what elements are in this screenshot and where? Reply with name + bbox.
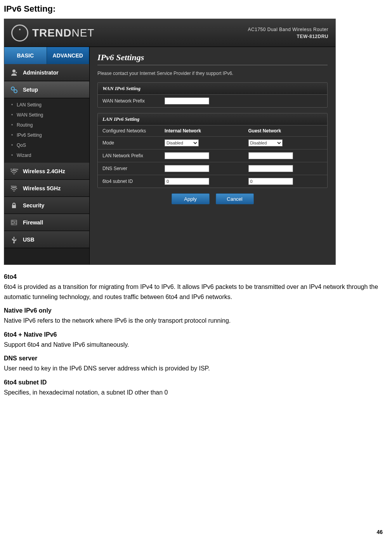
- nav-setup[interactable]: Setup: [4, 81, 89, 98]
- wifi-icon: 2.4GHz: [10, 167, 18, 176]
- subnav-qos[interactable]: QoS: [17, 140, 89, 150]
- router-header: TRENDNET AC1750 Dual Band Wireless Route…: [4, 19, 335, 47]
- help-dns-header: DNS server: [4, 355, 384, 362]
- mode-internal-select[interactable]: Disabled: [165, 139, 199, 146]
- button-row: Apply Cancel: [97, 193, 328, 204]
- model-line1: AC1750 Dual Band Wireless Router: [248, 26, 328, 33]
- model-line2: TEW-812DRU: [297, 34, 328, 39]
- nav-label: USB: [23, 236, 35, 243]
- tab-advanced[interactable]: ADVANCED: [47, 47, 90, 64]
- subnav-wan-setting[interactable]: WAN Setting: [17, 110, 89, 120]
- subnet-internal-input[interactable]: [165, 178, 209, 185]
- svg-text:5GHz: 5GHz: [11, 185, 17, 188]
- nav-tabs: BASIC ADVANCED: [4, 47, 89, 64]
- help-region: 6to4 6to4 is provided as a transition fo…: [4, 273, 384, 398]
- brand-logo: TRENDNET: [11, 24, 94, 42]
- sidebar: BASIC ADVANCED Administrator Setup: [4, 47, 90, 264]
- lan-box-title: LAN IPv6 Setting: [98, 113, 327, 125]
- dns-guest-input[interactable]: [248, 165, 293, 172]
- firewall-icon: [10, 218, 18, 227]
- subnav-lan-setting[interactable]: LAN Setting: [17, 100, 89, 110]
- subnet-label: 6to4 subnet ID: [98, 176, 160, 187]
- lock-icon: [10, 201, 18, 210]
- dns-internal-input[interactable]: [165, 165, 209, 172]
- brand-thin: NET: [71, 27, 94, 39]
- help-combo-header: 6to4 + Native IPv6: [4, 331, 384, 338]
- subnet-guest-input[interactable]: [248, 178, 293, 185]
- main-panel: IPv6 Settings Please contact your Intern…: [90, 47, 335, 264]
- svg-point-1: [14, 90, 17, 93]
- help-subnet-text: Specifies, in hexadecimal notation, a su…: [4, 388, 384, 398]
- cancel-button[interactable]: Cancel: [216, 193, 254, 204]
- nav-security[interactable]: Security: [4, 197, 89, 214]
- logo-icon: [11, 24, 28, 42]
- brand-text: TRENDNET: [32, 27, 94, 39]
- help-subnet-header: 6to4 subnet ID: [4, 379, 384, 386]
- wan-prefix-input[interactable]: [165, 97, 209, 104]
- lan-ipv6-box: LAN IPv6 Setting Configured Networks Int…: [97, 113, 328, 188]
- router-admin-screenshot: TRENDNET AC1750 Dual Band Wireless Route…: [4, 19, 336, 265]
- panel-note: Please contact your Internet Service Pro…: [97, 71, 328, 76]
- wan-box-title: WAN IPv6 Setting: [98, 83, 327, 95]
- apply-button[interactable]: Apply: [172, 193, 210, 204]
- svg-point-0: [11, 87, 14, 90]
- brand-bold: TREND: [32, 27, 71, 39]
- divider: [97, 65, 328, 65]
- nav-label: Setup: [23, 87, 38, 93]
- nav-label: Administrator: [23, 70, 59, 76]
- wan-prefix-label: WAN Network Prefix: [98, 96, 160, 106]
- nav-label: Wireless 2.4GHz: [23, 168, 65, 174]
- lan-prefix-label: LAN Network Prefix: [98, 150, 160, 161]
- nav-firewall[interactable]: Firewall: [4, 214, 89, 231]
- mode-label: Mode: [98, 137, 160, 148]
- mode-guest-select[interactable]: Disabled: [248, 139, 283, 146]
- lan-prefix-internal-input[interactable]: [165, 152, 209, 159]
- help-dns-text: User need to key in the IPv6 DNS server …: [4, 363, 384, 374]
- subnav-routing[interactable]: Routing: [17, 120, 89, 130]
- user-icon: [10, 68, 18, 77]
- nav-administrator[interactable]: Administrator: [4, 64, 89, 81]
- model-text: AC1750 Dual Band Wireless Router TEW-812…: [248, 26, 328, 40]
- configured-networks-label: Configured Networks: [98, 125, 160, 136]
- nav-label: Firewall: [23, 219, 43, 226]
- help-native-header: Native IPv6 only: [4, 307, 384, 314]
- col-guest: Guest Network: [244, 125, 328, 136]
- nav-wireless-5[interactable]: 5GHz Wireless 5GHz: [4, 180, 89, 197]
- subnav-ipv6-setting[interactable]: IPv6 Setting: [17, 130, 89, 140]
- lan-prefix-guest-input[interactable]: [248, 152, 293, 159]
- svg-rect-4: [11, 220, 17, 225]
- gear-icon: [10, 85, 18, 94]
- subnav-wizard[interactable]: Wizard: [17, 150, 89, 160]
- col-internal: Internal Network: [160, 125, 244, 136]
- help-6to4-header: 6to4: [4, 273, 384, 280]
- help-native-text: Native IPv6 refers to the network where …: [4, 316, 384, 326]
- nav-label: Security: [23, 202, 44, 209]
- svg-text:2.4GHz: 2.4GHz: [10, 168, 18, 170]
- wan-ipv6-box: WAN IPv6 Setting WAN Network Prefix: [97, 82, 328, 108]
- tab-basic[interactable]: BASIC: [4, 47, 47, 64]
- panel-title: IPv6 Settings: [97, 52, 328, 63]
- nav-label: Wireless 5GHz: [23, 185, 61, 191]
- nav-wireless-24[interactable]: 2.4GHz Wireless 2.4GHz: [4, 163, 89, 180]
- help-combo-text: Support 6to4 and Native IPv6 simultaneou…: [4, 340, 384, 350]
- wifi-icon: 5GHz: [10, 184, 18, 193]
- setup-submenu: LAN Setting WAN Setting Routing IPv6 Set…: [4, 98, 89, 163]
- nav-usb[interactable]: USB: [4, 231, 89, 248]
- dns-label: DNS Server: [98, 163, 160, 174]
- usb-icon: [10, 235, 18, 244]
- page-title: IPv6 Setting:: [4, 4, 392, 14]
- help-6to4-text: 6to4 is provided as a transition for mig…: [4, 282, 384, 302]
